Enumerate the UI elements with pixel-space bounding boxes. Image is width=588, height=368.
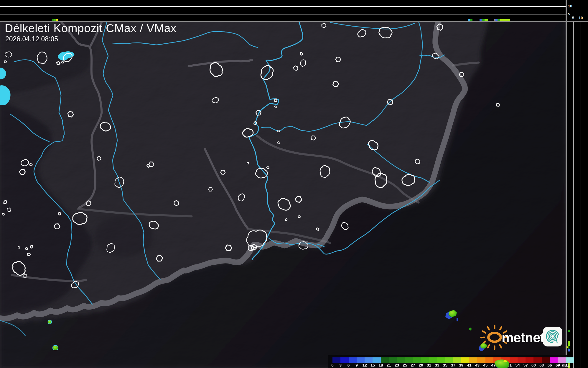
dbz-color-cell (381, 357, 389, 363)
radar-composite-viewer: 10 5 5 10 Délkeleti Kompozit CMax / VMax… (0, 0, 588, 368)
metnet-app-icon (543, 327, 563, 347)
page-title: Délkeleti Kompozit CMax / VMax (5, 22, 177, 35)
dbz-tick-label: 29 (417, 363, 425, 367)
dbz-tick-label: 35 (441, 363, 449, 367)
dbz-color-cell (340, 357, 348, 363)
dbz-tick-label: 0 (328, 363, 337, 367)
dbz-tick-label: 41 (465, 363, 473, 367)
dbz-color-cell (397, 357, 405, 363)
dbz-tick-label: 37 (449, 363, 457, 367)
dbz-tick-label: 31 (425, 363, 433, 367)
dbz-tick-label: 21 (385, 363, 393, 367)
dbz-tick-label: 60 (530, 363, 538, 367)
dbz-color-cell (389, 357, 397, 363)
dbz-color-scale: 0369121518212325272931333537394143454749… (328, 355, 567, 368)
terrain-relief-texture (0, 18, 566, 368)
dbz-tick-label: 69 (554, 363, 562, 367)
dbz-color-cell (533, 357, 541, 363)
dbz-color-cell (526, 357, 533, 363)
dbz-color-cell (429, 357, 437, 363)
dbz-color-cell (461, 357, 469, 363)
branding-area: metnet (477, 323, 567, 356)
dbz-tick-label: 66 (546, 363, 554, 367)
dbz-color-cell (421, 357, 429, 363)
dbz-tick-label: 25 (401, 363, 409, 367)
dbz-tick-label: 27 (409, 363, 417, 367)
dbz-color-cell (349, 357, 357, 363)
timestamp: 2026.04.12 08:05 (5, 35, 58, 43)
dbz-tick-label: 6 (345, 363, 353, 367)
dbz-color-cell (365, 357, 373, 363)
dbz-color-cell (357, 357, 365, 363)
dbz-tick-label: 39 (457, 363, 465, 367)
right-echo-marks (566, 0, 588, 368)
radar-map (0, 0, 588, 368)
dbz-color-cell (558, 357, 566, 363)
dbz-tick-label: 23 (393, 363, 401, 367)
dbz-tick-label: 45 (481, 363, 490, 367)
dbz-tick-label: 18 (377, 363, 385, 367)
dbz-unit-label: dBZ (562, 363, 570, 367)
dbz-color-cell (542, 357, 550, 363)
dbz-tick-label: 63 (538, 363, 546, 367)
dbz-color-cell (518, 357, 526, 363)
dbz-tick-label: 57 (521, 363, 530, 367)
dbz-tick-label: 54 (513, 363, 522, 367)
dbz-color-cell (373, 357, 381, 363)
dbz-color-cells (332, 357, 574, 363)
dbz-tick-label: 43 (473, 363, 481, 367)
radar-echo-over-logo (479, 343, 487, 351)
dbz-color-cell (453, 357, 461, 363)
dbz-tick-label: 33 (433, 363, 441, 367)
dbz-tick-label: 15 (369, 363, 377, 367)
dbz-tick-label: 12 (360, 363, 369, 367)
dbz-color-cell (332, 357, 340, 363)
dbz-tick-label: 9 (353, 363, 361, 367)
dbz-color-cell (566, 357, 574, 363)
dbz-color-cell (550, 357, 558, 363)
radar-echo-over-legend (492, 358, 512, 368)
dbz-color-cell (405, 357, 413, 363)
dbz-color-cell (477, 357, 485, 363)
dbz-color-cell (445, 357, 453, 363)
top-echo-marks (0, 0, 588, 22)
dbz-tick-label: 3 (336, 363, 345, 367)
dbz-color-cell (413, 357, 421, 363)
dbz-color-cell (469, 357, 477, 363)
wordmark: metnet (502, 330, 544, 346)
dbz-color-cell (437, 357, 445, 363)
